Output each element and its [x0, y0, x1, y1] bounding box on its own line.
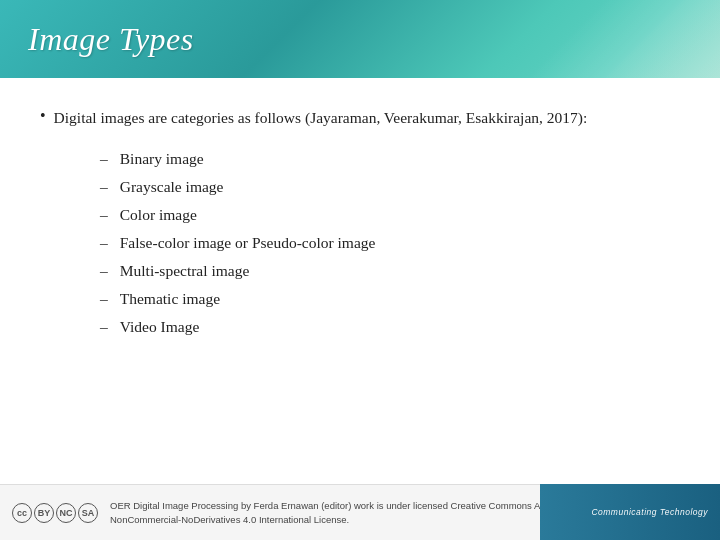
intro-bullet: • Digital images are categories as follo… — [40, 106, 680, 139]
main-content: • Digital images are categories as follo… — [0, 78, 720, 363]
bottom-bar: Communicating Technology — [540, 484, 720, 540]
nc-icon: NC — [56, 503, 76, 523]
dash-icon: – — [100, 147, 108, 171]
list-item: – Thematic image — [100, 287, 680, 311]
list-item-label: Thematic image — [120, 287, 220, 311]
list-item: – False-color image or Pseudo-color imag… — [100, 231, 680, 255]
list-item-label: False-color image or Pseudo-color image — [120, 231, 376, 255]
bullet-dot: • — [40, 107, 46, 125]
license-line2: NonCommercial-NoDerivatives 4.0 Internat… — [110, 514, 349, 525]
list-item: – Color image — [100, 203, 680, 227]
cc-license-icons: cc BY NC SA — [12, 503, 100, 523]
list-item-label: Video Image — [120, 315, 200, 339]
dash-icon: – — [100, 315, 108, 339]
list-item: – Multi-spectral image — [100, 259, 680, 283]
list-item-label: Binary image — [120, 147, 204, 171]
page-title: Image Types — [28, 21, 194, 58]
header-banner: Image Types — [0, 0, 720, 78]
dash-icon: – — [100, 175, 108, 199]
list-item-label: Color image — [120, 203, 197, 227]
image-types-list: – Binary image – Grayscale image – Color… — [100, 147, 680, 339]
dash-icon: – — [100, 287, 108, 311]
list-item: – Grayscale image — [100, 175, 680, 199]
badge-text: Communicating Technology — [591, 507, 708, 517]
footer: cc BY NC SA OER Digital Image Processing… — [0, 484, 720, 540]
sa-icon: SA — [78, 503, 98, 523]
dash-icon: – — [100, 259, 108, 283]
cc-icon: cc — [12, 503, 32, 523]
list-item: – Binary image — [100, 147, 680, 171]
dash-icon: – — [100, 231, 108, 255]
list-item-label: Multi-spectral image — [120, 259, 250, 283]
license-line1: OER Digital Image Processing by Ferda Er… — [110, 500, 580, 511]
list-item-label: Grayscale image — [120, 175, 224, 199]
intro-text: Digital images are categories as follows… — [54, 106, 588, 129]
list-item: – Video Image — [100, 315, 680, 339]
dash-icon: – — [100, 203, 108, 227]
by-icon: BY — [34, 503, 54, 523]
